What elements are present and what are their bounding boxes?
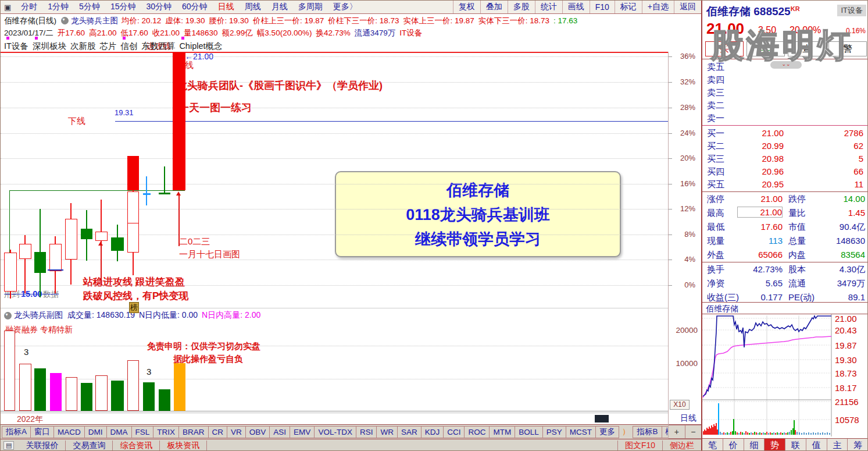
window-icon[interactable]: ▣	[4, 3, 11, 12]
concept-tag-东数西算[interactable]: 东数西算	[141, 41, 175, 52]
indicator-tab-RSI[interactable]: RSI	[356, 426, 377, 438]
trade-button-警[interactable]: 警	[828, 41, 867, 56]
indicator-tab-DMA[interactable]: DMA	[106, 426, 132, 438]
disclaimer-1: 免责申明：仅供学习切勿实盘	[147, 341, 260, 352]
period-tab-1分钟[interactable]: 1分钟	[42, 1, 74, 13]
indicator-tab-ROC[interactable]: ROC	[464, 426, 490, 438]
period-tab-周线[interactable]: 周线	[240, 1, 266, 13]
tool-F10[interactable]: F10	[590, 1, 615, 13]
indicator-tab-DMI[interactable]: DMI	[84, 426, 107, 438]
indicator-tab-VR[interactable]: VR	[227, 426, 246, 438]
tool-复权[interactable]: 复权	[453, 1, 480, 13]
mini-tab-势[interactable]: 势	[765, 439, 785, 451]
period-tab-60分钟[interactable]: 60分钟	[177, 1, 213, 13]
tool-返回[interactable]: 返回	[674, 1, 701, 13]
indicator-tab-TRIX[interactable]: TRIX	[153, 426, 179, 438]
tool-统计[interactable]: 统计	[535, 1, 562, 13]
indicator-tab-BRAR[interactable]: BRAR	[178, 426, 209, 438]
book-row[interactable]: 卖二	[702, 100, 868, 113]
mini-tab-联[interactable]: 联	[785, 439, 806, 451]
indicator-tab-窗口[interactable]: 窗口	[30, 426, 54, 438]
chart-scrollbar-thumb[interactable]	[595, 415, 609, 422]
year-axis-label: 2022年	[17, 414, 43, 425]
book-row[interactable]: 买一21.002786	[702, 128, 868, 141]
rank-badge[interactable]: 榜	[129, 302, 139, 313]
indicator-tab-WR[interactable]: WR	[376, 426, 398, 438]
indicator-tab-FSL[interactable]: FSL	[131, 426, 154, 438]
tool-画线[interactable]: 画线	[562, 1, 590, 13]
status-item-侧边栏[interactable]: 侧边栏	[662, 441, 701, 451]
period-tab-日线[interactable]: 日线	[213, 1, 240, 13]
mini-tab-筹[interactable]: 筹	[848, 439, 868, 451]
indicator-tab-OBV[interactable]: OBV	[245, 426, 270, 438]
intraday-mini-chart[interactable]: 21.0020.4319.8719.3018.7318.172115610578	[702, 314, 868, 438]
status-item-综合资讯[interactable]: 综合资讯	[113, 441, 160, 451]
book-row[interactable]: 卖三	[702, 87, 868, 100]
save-icon[interactable]: ▤	[3, 441, 14, 450]
status-item-交易查询[interactable]: 交易查询	[66, 441, 113, 451]
indicator-tab-KDJ[interactable]: KDJ	[421, 426, 444, 438]
indicator-tab-PSY[interactable]: PSY	[542, 426, 566, 438]
volume-sub-chart[interactable]: 融资融券 专精特新 免责申明：仅供学习切勿实盘 据此操作盈亏自负 33	[1, 324, 668, 413]
concept-tag-深圳板块[interactable]: 深圳板块	[33, 41, 66, 52]
book-level-label: 买一	[707, 128, 724, 139]
mini-tab-值[interactable]: 值	[806, 439, 827, 451]
mini-tab-笔[interactable]: 笔	[702, 439, 723, 451]
concept-tag-信创[interactable]: 信创	[120, 41, 137, 52]
indicator-tab-MTM[interactable]: MTM	[489, 426, 515, 438]
stat-value: 42.73%	[737, 264, 783, 274]
tool-+自选[interactable]: +自选	[642, 1, 674, 13]
status-item-关联报价[interactable]: 关联报价	[19, 441, 66, 451]
indicator-tab-CR[interactable]: CR	[208, 426, 228, 438]
status-item-图文F10[interactable]: 图文F10	[617, 441, 662, 451]
period-tab-多周期[interactable]: 多周期	[293, 1, 328, 13]
indicator-tab-指标A[interactable]: 指标A	[2, 426, 31, 438]
book-row[interactable]: 买五20.9511	[702, 179, 868, 192]
period-tab-更多〉[interactable]: 更多〉	[328, 1, 363, 13]
mini-tab-主[interactable]: 主	[827, 439, 848, 451]
mini-tab-细[interactable]: 细	[744, 439, 765, 451]
book-row[interactable]: 卖五	[702, 62, 868, 74]
indicator-tab-EMV[interactable]: EMV	[290, 426, 315, 438]
tool-标记[interactable]: 标记	[615, 1, 642, 13]
book-row[interactable]: 买四20.9666	[702, 166, 868, 179]
more-arrow-icon[interactable]: ）	[619, 426, 634, 438]
indicator-tab-SAR[interactable]: SAR	[397, 426, 422, 438]
period-tab-分时[interactable]: 分时	[16, 1, 42, 13]
period-tab-5分钟[interactable]: 5分钟	[74, 1, 105, 13]
trade-button-查[interactable]: 查	[788, 41, 826, 56]
trade-button-买[interactable]: 买	[705, 41, 744, 56]
industry-badge[interactable]: IT设备	[837, 5, 866, 16]
indicator-tab-MACD[interactable]: MACD	[53, 426, 85, 438]
indicator-tab-指标B[interactable]: 指标B	[633, 426, 662, 438]
concept-tag-IT设备[interactable]: IT设备	[4, 41, 28, 52]
period-tab-30分钟[interactable]: 30分钟	[141, 1, 177, 13]
indicator-tab-更多[interactable]: 更多	[595, 426, 619, 438]
status-item-板块资讯[interactable]: 板块资讯	[160, 441, 207, 451]
concept-tag-芯片[interactable]: 芯片	[99, 41, 116, 52]
mini-tab-价[interactable]: 价	[723, 439, 744, 451]
main-candlestick-chart[interactable]: 佰维存储 0118龙头骑兵基训班 继续带领学员学习 上线 ←21.00 龙头骑兵…	[1, 52, 668, 308]
indicator-collapse-icon[interactable]	[61, 17, 69, 24]
indicator-tab-ASI[interactable]: ASI	[269, 426, 290, 438]
book-row[interactable]: 卖一	[702, 113, 868, 126]
value-segment: : 17.63	[553, 16, 577, 25]
book-row[interactable]: 卖四	[702, 74, 868, 87]
indicator-tab-VOL-TDX[interactable]: VOL-TDX	[314, 426, 356, 438]
period-tab-月线[interactable]: 月线	[266, 1, 293, 13]
indicator-tab-BOLL[interactable]: BOLL	[515, 426, 543, 438]
period-tab-15分钟[interactable]: 15分钟	[105, 1, 141, 13]
tool-多股[interactable]: 多股	[508, 1, 535, 13]
zoom-out-button[interactable]: −	[685, 425, 702, 439]
concept-tag-次新股[interactable]: 次新股	[70, 41, 96, 52]
sub-collapse-icon[interactable]	[4, 312, 12, 319]
book-row[interactable]: 买二20.9962	[702, 141, 868, 154]
zoom-in-button[interactable]: +	[668, 425, 685, 439]
trade-button-卖[interactable]: 卖	[746, 41, 785, 56]
tool-叠加[interactable]: 叠加	[480, 1, 508, 13]
indicator-tab-CCI[interactable]: CCI	[443, 426, 465, 438]
concept-tag-Chiplet概念[interactable]: Chiplet概念	[179, 41, 222, 52]
book-row[interactable]: 买三20.985	[702, 154, 868, 166]
book-price: 20.96	[743, 166, 784, 176]
indicator-tab-MCST[interactable]: MCST	[566, 426, 596, 438]
